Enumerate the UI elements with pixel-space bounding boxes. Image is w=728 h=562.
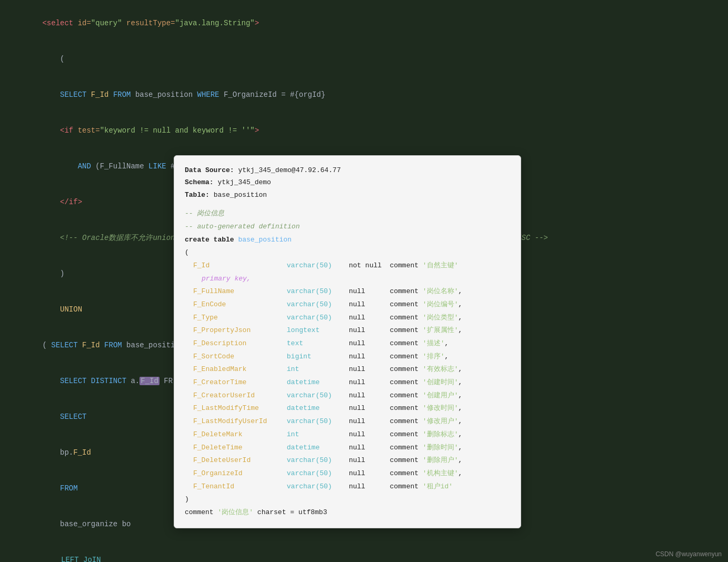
if-close-tag: </if> bbox=[60, 198, 82, 206]
indent bbox=[42, 377, 60, 385]
tooltip-table-def: -- 岗位信息 -- auto-generated definition cre… bbox=[185, 207, 510, 519]
schema-value: ytkj_345_demo bbox=[217, 178, 271, 186]
tt-field-fullname: F_FullName varchar(50) null comment '岗位名… bbox=[185, 285, 510, 298]
xml-attr-id-val: "query" bbox=[91, 19, 122, 27]
indent bbox=[42, 305, 60, 314]
left-join-1: LEFT JoIN bbox=[61, 556, 101, 562]
code-line-4: <if test="keyword != null and keyword !=… bbox=[0, 113, 728, 148]
tt-field-encode: F_EnCode varchar(50) null comment '岗位编号'… bbox=[185, 298, 510, 312]
if-tag-gt: > bbox=[255, 126, 259, 135]
line-content-3: SELECT F_Id FROM base_position WHERE F_O… bbox=[5, 77, 728, 112]
indent bbox=[42, 484, 60, 493]
paren-open: ( bbox=[60, 55, 64, 63]
tt-comment1: -- 岗位信息 bbox=[185, 207, 510, 220]
if-tag-open: <if bbox=[60, 126, 78, 135]
indent bbox=[42, 126, 60, 135]
code-line-3: SELECT F_Id FROM base_position WHERE F_O… bbox=[0, 77, 728, 113]
code-editor: <select id="query" resultType="java.lang… bbox=[0, 0, 728, 562]
code-line-1: <select id="query" resultType="java.lang… bbox=[0, 5, 728, 41]
tt-field-row-f-id: F_Id varchar(50) not null comment '自然主键' bbox=[185, 259, 510, 273]
indent-spaces bbox=[42, 55, 60, 63]
tt-final-comment: comment '岗位信息' charset = utf8mb3 bbox=[185, 506, 510, 519]
indent bbox=[42, 198, 60, 206]
indent bbox=[42, 234, 60, 242]
watermark: CSDN @wuyanwenyun bbox=[655, 550, 722, 558]
paren-open2: ( bbox=[42, 341, 51, 349]
tt-field-propjson: F_PropertyJson longtext null comment '扩展… bbox=[185, 324, 510, 337]
kw-where: WHERE bbox=[197, 91, 220, 99]
field-f-id: F_Id bbox=[91, 91, 109, 99]
if-test: test= bbox=[78, 126, 100, 135]
tt-field-creatortime: F_CreatorTime datetime null comment '创建时… bbox=[185, 376, 510, 389]
indent bbox=[43, 556, 61, 562]
kw-and: AND bbox=[78, 162, 91, 170]
line-content-4: <if test="keyword != null and keyword !=… bbox=[5, 113, 728, 148]
tooltip-header: Data Source: ytkj_345_demo@47.92.64.77 S… bbox=[185, 164, 510, 201]
tooltip-popup: Data Source: ytkj_345_demo@47.92.64.77 S… bbox=[174, 155, 521, 528]
kw-union: UNION bbox=[60, 305, 82, 314]
tt-comment2: -- auto-generated definition bbox=[185, 220, 510, 234]
table-value: base_position bbox=[214, 191, 267, 199]
indent bbox=[42, 413, 60, 421]
table-label: Table: bbox=[185, 191, 210, 199]
kw-select-distinct: SELECT DISTINCT bbox=[60, 377, 126, 385]
data-source-label: Data Source: bbox=[185, 166, 234, 174]
line-content-2: ( bbox=[5, 42, 728, 76]
tt-field-enabledmark: F_EnabledMark int null comment '有效标志', bbox=[185, 363, 510, 376]
kw-from2: FROM bbox=[104, 341, 122, 349]
code-line-2: ( bbox=[0, 41, 728, 77]
indent bbox=[42, 448, 60, 457]
if-test-val: "keyword != null and keyword != ''" bbox=[100, 126, 255, 135]
tt-field-lastmodifyuserid: F_LastModifyUserId varchar(50) null comm… bbox=[185, 415, 510, 428]
kw-select3: SELECT bbox=[60, 413, 86, 421]
tt-field-creatoruserid: F_CreatorUserId varchar(50) null comment… bbox=[185, 389, 510, 403]
bp-f-id: F_Id bbox=[73, 448, 91, 457]
xml-tag-close: > bbox=[255, 19, 259, 27]
tt-field-lastmodifytime: F_LastModifyTime datetime null comment '… bbox=[185, 402, 510, 415]
tt-field-desc: F_Description text null comment '描述', bbox=[185, 337, 510, 350]
data-source-value: ytkj_345_demo@47.92.64.77 bbox=[238, 166, 341, 174]
highlighted-f-id2: F_Id bbox=[139, 377, 159, 385]
xml-attr-result: resultType= bbox=[126, 19, 175, 27]
line-content-16: LEFT JoIN bbox=[6, 543, 728, 562]
kw-from3: FROM bbox=[60, 484, 78, 493]
tt-field-deleteuserid: F_DeleteUserId varchar(50) null comment … bbox=[185, 454, 510, 467]
tt-field-deletetime: F_DeleteTime datetime null comment '删除时间… bbox=[185, 441, 510, 455]
tt-pk-row: primary key, bbox=[185, 273, 510, 286]
schema-label: Schema: bbox=[185, 178, 214, 186]
tt-paren-open: ( bbox=[185, 246, 510, 259]
indent bbox=[42, 162, 77, 170]
xml-attr-result-val: "java.lang.String" bbox=[175, 19, 255, 27]
kw-from: FROM bbox=[113, 91, 131, 99]
tt-paren-close: ) bbox=[185, 493, 510, 506]
line-content-1: <select id="query" resultType="java.lang… bbox=[5, 6, 728, 41]
kw-select2: SELECT bbox=[51, 341, 77, 349]
tt-field-deletemark: F_DeleteMark int null comment '删除标志', bbox=[185, 428, 510, 441]
tt-field-tenantid: F_TenantId varchar(50) null comment '租户i… bbox=[185, 480, 510, 494]
code-line-16: LEFT JoIN bbox=[0, 542, 728, 562]
xml-tag-open: <select bbox=[42, 19, 77, 27]
xml-attr-id: id= bbox=[78, 19, 91, 27]
kw-select: SELECT bbox=[60, 91, 86, 99]
tt-field-type: F_Type varchar(50) null comment '岗位类型', bbox=[185, 312, 510, 325]
tt-field-sortcode: F_SortCode bigint null comment '排序', bbox=[185, 350, 510, 364]
field-f-id2: F_Id bbox=[82, 341, 100, 349]
kw-like: LIKE bbox=[148, 162, 166, 170]
indent bbox=[42, 269, 60, 278]
indent bbox=[42, 91, 60, 99]
tt-create-line: create table base_position bbox=[185, 234, 510, 247]
tt-field-organizeid: F_OrganizeId varchar(50) null comment '机… bbox=[185, 467, 510, 480]
paren-close: ) bbox=[60, 269, 64, 278]
indent bbox=[42, 520, 60, 528]
